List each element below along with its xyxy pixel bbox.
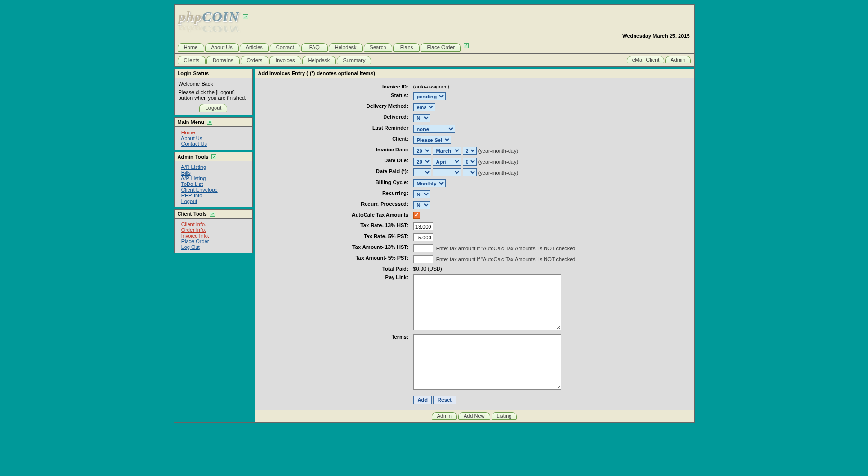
add-button[interactable]: Add bbox=[413, 396, 432, 404]
footer-listing[interactable]: Listing bbox=[492, 412, 517, 420]
terms-label: Terms: bbox=[259, 333, 411, 392]
nav-admin[interactable]: Admin bbox=[665, 56, 690, 63]
nav-helpdesk[interactable]: Helpdesk bbox=[329, 43, 363, 52]
due-day[interactable]: 04 bbox=[463, 158, 477, 166]
nav-summary[interactable]: Summary bbox=[337, 56, 371, 64]
client-log-out[interactable]: Log Out bbox=[181, 244, 200, 250]
menu-about-us[interactable]: About Us bbox=[181, 135, 202, 141]
billing-cycle-select[interactable]: Monthly bbox=[413, 179, 446, 187]
admin-ap-listing[interactable]: A/P Listing bbox=[181, 176, 206, 181]
invoice-date-day[interactable]: 25 bbox=[463, 147, 477, 155]
delivery-select[interactable]: email bbox=[413, 103, 435, 111]
invoice-date-month[interactable]: March bbox=[433, 147, 461, 155]
paid-year[interactable] bbox=[413, 168, 431, 176]
header-date: Wednesday March 25, 2015 bbox=[622, 33, 689, 39]
recurring-label: Recurring: bbox=[259, 189, 411, 199]
client-info[interactable]: Client Info. bbox=[181, 221, 206, 227]
client-select[interactable]: Please Select bbox=[413, 136, 451, 144]
popup-icon[interactable]: ↗ bbox=[211, 154, 216, 159]
admin-client-envelope[interactable]: Client Envelope bbox=[181, 187, 218, 193]
tax-hint: Enter tax amount if "AutoCalc Tax Amount… bbox=[436, 256, 576, 262]
client-tools-title: Client Tools bbox=[178, 211, 207, 217]
paylink-textarea[interactable] bbox=[413, 274, 561, 330]
autocalc-checkbox[interactable] bbox=[413, 212, 420, 219]
nav-secondary: Clients Domains Orders Invoices Helpdesk… bbox=[174, 54, 694, 67]
invoice-date-year[interactable]: 2015 bbox=[413, 147, 431, 155]
menu-home[interactable]: Home bbox=[181, 130, 195, 135]
popup-icon[interactable]: ↗ bbox=[210, 212, 215, 217]
login-instr: Please click the [Logout] button when yo… bbox=[179, 87, 249, 101]
nav-plans[interactable]: Plans bbox=[393, 43, 420, 52]
form-area: Invoice ID: (auto-assigned) Status: pend… bbox=[255, 78, 694, 410]
tax1-rate-label: Tax Rate- 13% HST: bbox=[259, 221, 411, 231]
nav-about-us[interactable]: About Us bbox=[205, 43, 239, 52]
footer-admin[interactable]: Admin bbox=[432, 412, 457, 420]
tax2-rate-input[interactable] bbox=[413, 233, 433, 241]
admin-logout[interactable]: Logout bbox=[181, 198, 197, 204]
paid-day[interactable] bbox=[463, 168, 477, 176]
popup-icon[interactable]: ↗ bbox=[243, 14, 248, 19]
main-title: Add Invoices Entry ( (*) denotes optiona… bbox=[255, 69, 694, 78]
last-reminder-select[interactable]: none bbox=[413, 125, 455, 133]
page: phpCOIN ↗ phpCOIN Wednesday March 25, 20… bbox=[174, 4, 695, 423]
logout-button[interactable]: Logout bbox=[199, 104, 228, 112]
recurr-proc-select[interactable]: No bbox=[413, 201, 430, 209]
paid-month[interactable] bbox=[433, 168, 461, 176]
tax2-rate-label: Tax Rate- 5% PST: bbox=[259, 232, 411, 242]
nav-helpdesk2[interactable]: Helpdesk bbox=[302, 56, 336, 64]
due-year[interactable]: 2015 bbox=[413, 158, 431, 166]
footer-buttons: Admin Add New Listing bbox=[255, 410, 694, 422]
nav-search[interactable]: Search bbox=[364, 43, 393, 52]
client-place-order[interactable]: Place Order bbox=[181, 238, 209, 244]
popup-icon[interactable]: ↗ bbox=[464, 43, 469, 48]
logo: phpCOIN ↗ bbox=[179, 9, 690, 25]
nav-faq[interactable]: FAQ bbox=[301, 43, 328, 52]
admin-todo[interactable]: ToDo List bbox=[181, 181, 203, 187]
delivered-label: Delivered: bbox=[259, 113, 411, 123]
popup-icon[interactable]: ↗ bbox=[207, 120, 212, 125]
main-menu-title: Main Menu bbox=[178, 119, 205, 125]
footer-add-new[interactable]: Add New bbox=[458, 412, 490, 420]
nav-place-order[interactable]: Place Order bbox=[421, 43, 461, 52]
main-menu-panel: Main Menu↗ Home About Us Contact Us bbox=[174, 117, 253, 150]
admin-ar-listing[interactable]: A/R Listing bbox=[181, 164, 206, 170]
login-title: Login Status bbox=[175, 69, 252, 78]
admin-php-info[interactable]: PHP-Info bbox=[181, 193, 203, 198]
client-label: Client: bbox=[259, 135, 411, 145]
body: Login Status Welcome Back Please click t… bbox=[174, 69, 694, 422]
total-paid-label: Total Paid: bbox=[259, 265, 411, 273]
terms-textarea[interactable] bbox=[413, 334, 561, 390]
tax1-amt-input[interactable] bbox=[413, 244, 433, 252]
due-month[interactable]: April bbox=[433, 158, 461, 166]
delivered-select[interactable]: No bbox=[413, 114, 430, 122]
admin-bills[interactable]: Bills bbox=[181, 170, 191, 176]
nav-clients[interactable]: Clients bbox=[178, 56, 206, 64]
order-info[interactable]: Order Info. bbox=[181, 227, 206, 233]
nav-home[interactable]: Home bbox=[178, 43, 204, 52]
ymd-hint: (year-month-day) bbox=[478, 159, 518, 165]
last-reminder-label: Last Reminder bbox=[259, 124, 411, 134]
autocalc-label: AutoCalc Tax Amounts bbox=[259, 211, 411, 220]
tax1-rate-input[interactable] bbox=[413, 222, 433, 230]
recurring-select[interactable]: No bbox=[413, 190, 430, 198]
invoice-info[interactable]: Invoice Info. bbox=[181, 233, 209, 238]
menu-contact-us[interactable]: Contact Us bbox=[181, 141, 207, 147]
header: phpCOIN ↗ phpCOIN Wednesday March 25, 20… bbox=[174, 4, 694, 41]
logo-coin: COIN bbox=[202, 9, 239, 24]
nav-domains[interactable]: Domains bbox=[206, 56, 239, 64]
nav-orders[interactable]: Orders bbox=[241, 56, 269, 64]
nav-articles[interactable]: Articles bbox=[240, 43, 269, 52]
tax2-amt-input[interactable] bbox=[413, 255, 433, 263]
status-select[interactable]: pending bbox=[413, 92, 446, 100]
paylink-label: Pay Link: bbox=[259, 273, 411, 332]
delivery-label: Delivery Method: bbox=[259, 102, 411, 112]
nav-invoices[interactable]: Invoices bbox=[269, 56, 301, 64]
nav-contact[interactable]: Contact bbox=[270, 43, 300, 52]
logo-php: php bbox=[179, 9, 202, 24]
billing-cycle-label: Billing Cycle: bbox=[259, 178, 411, 188]
reset-button[interactable]: Reset bbox=[433, 396, 456, 404]
client-tools-panel: Client Tools↗ Client Info. Order Info. I… bbox=[174, 209, 253, 253]
nav-email-client[interactable]: eMail Client bbox=[627, 56, 664, 63]
recurr-proc-label: Recurr. Processed: bbox=[259, 200, 411, 210]
ymd-hint: (year-month-day) bbox=[478, 170, 518, 176]
